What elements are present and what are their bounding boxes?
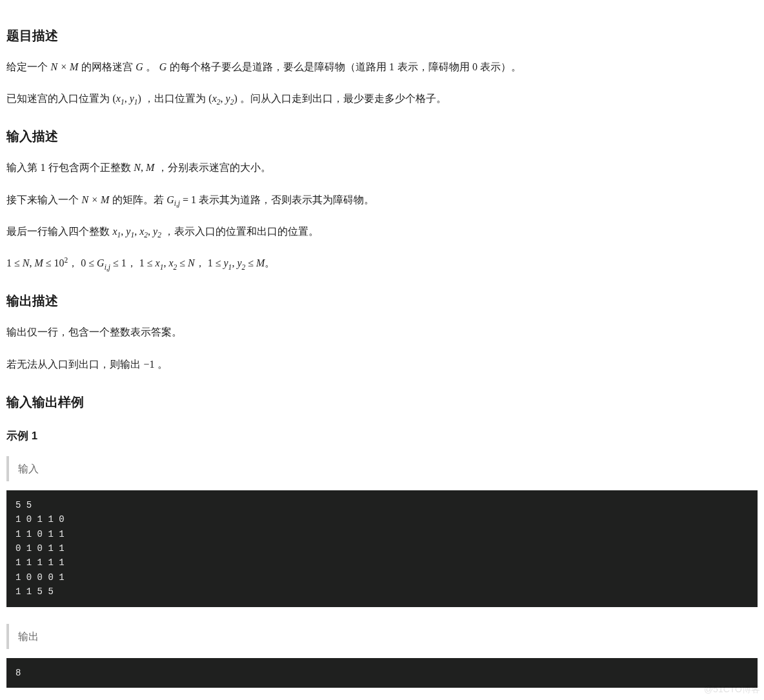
comma: ,: [148, 226, 153, 237]
var: x: [112, 226, 117, 237]
math-x2y2: (x2, y2): [208, 93, 239, 104]
problem-paragraph-2: 已知迷宫的入口位置为 (x1, y1) ，出口位置为 (x2, y2) 。问从入…: [6, 90, 758, 107]
var: x: [168, 257, 173, 268]
math-G: G: [159, 61, 167, 72]
sep: ， 1 ≤: [195, 257, 224, 268]
var: x: [212, 93, 217, 104]
math-coords: x1, y1, x2, y2: [112, 226, 164, 237]
text: 给定一个: [6, 61, 50, 72]
text: 。问从入口走到出口，最少要走多少个格子。: [240, 93, 447, 104]
section-heading-samples: 输入输出样例: [6, 391, 758, 413]
text: 表示，障碍物用: [397, 61, 472, 72]
section-heading-output: 输出描述: [6, 290, 758, 312]
comma: ,: [134, 226, 139, 237]
text: ，表示入口的位置和出口的位置。: [164, 226, 319, 237]
sep: ， 0 ≤: [68, 257, 97, 268]
input-paragraph-2: 接下来输入一个 N × M 的矩阵。若 Gi,j = 1 表示其为道路，否则表示…: [6, 191, 758, 208]
var: x: [156, 257, 160, 268]
text: 表示）。: [480, 61, 521, 72]
math-1: 1: [40, 162, 45, 173]
text: 。: [146, 61, 156, 72]
math-0: 0: [472, 61, 478, 72]
math-G: G: [136, 61, 143, 72]
var: x: [116, 93, 121, 104]
math-neg1: −1: [143, 359, 154, 370]
text: 。: [157, 359, 168, 370]
math-NxM: N × M: [81, 194, 109, 205]
section-heading-problem: 题目描述: [6, 25, 758, 46]
text: ，出口位置为: [144, 93, 208, 104]
paren: ): [138, 93, 141, 104]
math-1: 1: [389, 61, 394, 72]
text: 输入第: [6, 162, 40, 173]
text: 若无法从入口到出口，则输出: [6, 359, 143, 370]
text: 已知迷宫的入口位置为: [6, 93, 112, 104]
var: y: [226, 93, 230, 104]
text: 的矩阵。若: [112, 194, 166, 205]
leq: ≤ 10: [43, 257, 65, 268]
sample-output-label: 输出: [6, 624, 758, 649]
example-1-title: 示例 1: [6, 427, 758, 446]
sub: i,j: [105, 263, 110, 270]
sample-output-block[interactable]: 8: [6, 658, 758, 688]
sample-input-label: 输入: [6, 456, 758, 481]
text: 表示其为道路，否则表示其为障碍物。: [199, 194, 374, 205]
var: G: [97, 257, 105, 268]
math-Gij: Gi,j = 1: [166, 194, 199, 205]
text: 接下来输入一个: [6, 194, 81, 205]
period: 。: [265, 257, 275, 268]
output-paragraph-2: 若无法从入口到出口，则输出 −1 。: [6, 355, 758, 373]
leq: ≤: [245, 257, 256, 268]
text: 最后一行输入四个整数: [6, 226, 112, 237]
comma: ,: [125, 93, 130, 104]
sample-input-block[interactable]: 5 5 1 0 1 1 0 1 1 0 1 1 0 1 0 1 1 1 1 1 …: [6, 490, 758, 607]
math-x1y1: (x1, y1): [112, 93, 143, 104]
var: N: [188, 257, 195, 268]
var: y: [224, 257, 228, 268]
input-paragraph-3: 最后一行输入四个整数 x1, y1, x2, y2 ，表示入口的位置和出口的位置…: [6, 223, 758, 240]
output-paragraph-1: 输出仅一行，包含一个整数表示答案。: [6, 323, 758, 341]
paren: ): [234, 93, 237, 104]
text: ，分别表示迷宫的大小。: [157, 162, 271, 173]
constraint: 1 ≤: [6, 257, 23, 268]
leq: ≤: [177, 257, 188, 268]
input-paragraph-1: 输入第 1 行包含两个正整数 N, M ，分别表示迷宫的大小。: [6, 159, 758, 176]
math-NxM: N × M: [50, 61, 78, 72]
sub: i,j: [174, 199, 180, 207]
text: 的网格迷宫: [81, 61, 136, 72]
text: 的每个格子要么是道路，要么是障碍物（道路用: [170, 61, 389, 72]
math-NM: N, M: [134, 162, 154, 173]
var: M: [34, 257, 43, 268]
var: G: [166, 194, 174, 205]
var: N: [23, 257, 30, 268]
comma: ,: [221, 93, 226, 104]
problem-paragraph-1: 给定一个 N × M 的网格迷宫 G 。 G 的每个格子要么是道路，要么是障碍物…: [6, 58, 758, 75]
leq: ≤ 1， 1 ≤: [110, 257, 156, 268]
input-paragraph-4-constraints: 1 ≤ N, M ≤ 102， 0 ≤ Gi,j ≤ 1， 1 ≤ x1, x2…: [6, 254, 758, 272]
text: 行包含两个正整数: [48, 162, 134, 173]
section-heading-input: 输入描述: [6, 125, 758, 147]
var: y: [130, 93, 134, 104]
var: M: [256, 257, 265, 268]
sub: 2: [157, 231, 161, 239]
eq: = 1: [180, 194, 196, 205]
